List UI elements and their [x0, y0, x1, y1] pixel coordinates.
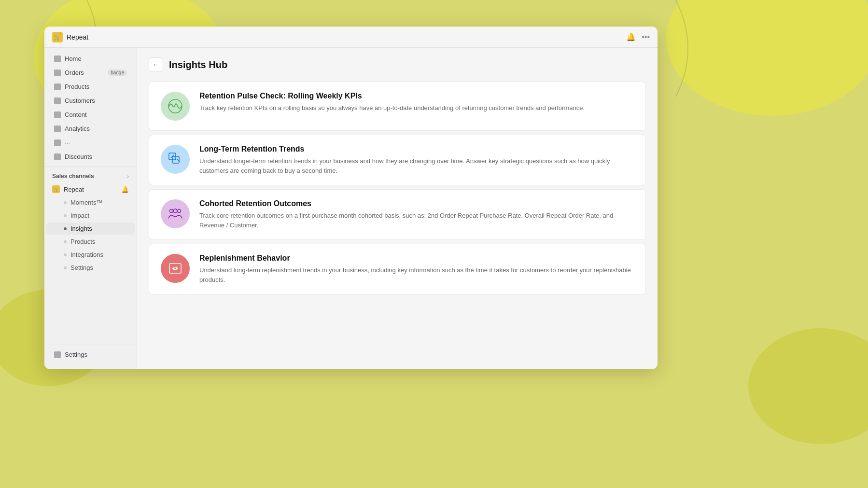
dot-icon: [64, 240, 67, 243]
sub-item-label: Moments™: [70, 199, 102, 206]
discounts-icon: [54, 153, 61, 160]
marketing-icon: [54, 139, 61, 146]
dot-icon: [64, 201, 67, 204]
card-retention-pulse[interactable]: Retention Pulse Check: Rolling Weekly KP…: [149, 82, 646, 131]
dot-icon: [64, 253, 67, 256]
svg-point-10: [178, 209, 181, 213]
main-layout: Home Orders badge Products Customers Con…: [44, 48, 658, 369]
repeat-item-left: 🛒 Repeat: [52, 185, 84, 193]
cohorted-retention-icon: [161, 199, 190, 228]
back-button[interactable]: ←: [149, 57, 163, 72]
svg-point-8: [173, 209, 177, 213]
card-content-cohorted: Cohorted Retention Outcomes Track core r…: [199, 199, 634, 230]
settings-icon: [54, 351, 61, 358]
card-description: Track core retention outcomes on a first…: [199, 211, 634, 230]
svg-point-9: [170, 209, 173, 213]
content-icon: [54, 112, 61, 118]
sidebar-item-marketing[interactable]: ···: [46, 136, 135, 149]
dot-icon: [64, 214, 67, 217]
card-title: Replenishment Behavior: [199, 254, 634, 263]
sidebar-item-products[interactable]: Products: [46, 80, 135, 93]
svg-point-4: [748, 328, 868, 444]
sidebar-sub-moments[interactable]: Moments™: [46, 196, 135, 209]
sidebar-item-label: Home: [65, 55, 82, 62]
settings-label: Settings: [65, 351, 87, 358]
sidebar-item-settings-bottom[interactable]: Settings: [46, 348, 135, 361]
sub-item-label: Impact: [70, 212, 89, 219]
card-replenishment[interactable]: Replenishment Behavior Understand long-t…: [149, 244, 646, 294]
sub-item-label: Integrations: [70, 251, 103, 258]
svg-point-5: [168, 99, 182, 113]
sidebar-item-customers[interactable]: Customers: [46, 94, 135, 107]
products-icon: [54, 84, 61, 90]
card-content-long-term: Long-Term Retention Trends Understand lo…: [199, 145, 634, 175]
card-content-replenishment: Replenishment Behavior Understand long-t…: [199, 254, 634, 284]
sub-item-label: Settings: [70, 264, 93, 271]
customers-icon: [54, 98, 61, 104]
dot-icon: [64, 266, 67, 269]
sidebar-divider-bottom: [44, 345, 137, 345]
sidebar-item-label: Orders: [65, 69, 84, 76]
more-options-icon[interactable]: •••: [642, 33, 650, 42]
sub-item-label: Insights: [70, 225, 92, 232]
repeat-channel-item[interactable]: 🛒 Repeat 🔔: [44, 182, 137, 196]
sidebar-item-label: Customers: [65, 97, 95, 104]
repeat-label: Repeat: [64, 186, 84, 193]
card-content-retention-pulse: Retention Pulse Check: Rolling Weekly KP…: [199, 92, 634, 113]
sidebar-sub-impact[interactable]: Impact: [46, 209, 135, 222]
orders-badge: badge: [108, 70, 127, 76]
sidebar-divider: [44, 167, 137, 167]
card-long-term-trends[interactable]: Long-Term Retention Trends Understand lo…: [149, 135, 646, 185]
sidebar-item-content[interactable]: Content: [46, 108, 135, 121]
analytics-icon: [54, 125, 61, 132]
app-logo-icon: 🛒: [52, 32, 63, 42]
sub-item-label: Products: [70, 238, 95, 245]
sidebar-item-label: Analytics: [65, 125, 90, 132]
retention-pulse-icon: [161, 92, 190, 121]
orders-icon: [54, 70, 61, 76]
sidebar-bottom: Settings: [44, 342, 137, 365]
card-description: Understand long-term replenishment trend…: [199, 265, 634, 284]
top-bar-left: 🛒 Repeat: [52, 32, 88, 42]
top-bar: 🛒 Repeat 🔔 •••: [44, 27, 658, 48]
content-header: ← Insights Hub: [149, 57, 646, 72]
sidebar-item-label: ···: [65, 139, 70, 146]
sidebar-item-label: Products: [65, 83, 89, 90]
card-title: Long-Term Retention Trends: [199, 145, 634, 153]
long-term-trends-icon: [161, 145, 190, 174]
bell-sub-icon: 🔔: [121, 186, 129, 193]
sidebar-item-analytics[interactable]: Analytics: [46, 122, 135, 135]
sidebar-sub-products[interactable]: Products: [46, 236, 135, 248]
card-description: Track key retention KPIs on a rolling ba…: [199, 103, 634, 113]
page-title: Insights Hub: [169, 59, 227, 70]
sidebar-item-label: Content: [65, 111, 87, 118]
content-area: ← Insights Hub Retention Pulse Check: Ro…: [137, 48, 658, 369]
card-title: Cohorted Retention Outcomes: [199, 199, 634, 208]
app-title: Repeat: [67, 33, 88, 41]
card-cohorted-retention[interactable]: Cohorted Retention Outcomes Track core r…: [149, 189, 646, 240]
sidebar-item-label: Discounts: [65, 153, 92, 160]
top-bar-right: 🔔 •••: [626, 32, 650, 42]
sales-channels-label: Sales channels: [52, 173, 94, 180]
replenishment-icon: [161, 254, 190, 283]
sales-channels-header[interactable]: Sales channels ›: [44, 170, 137, 182]
sidebar-item-home[interactable]: Home: [46, 52, 135, 65]
sidebar-sub-integrations[interactable]: Integrations: [46, 249, 135, 261]
card-description: Understand longer-term retention trends …: [199, 156, 634, 175]
svg-point-2: [666, 0, 868, 116]
sidebar-item-discounts[interactable]: Discounts: [46, 150, 135, 163]
dot-icon: [64, 227, 67, 230]
sidebar: Home Orders badge Products Customers Con…: [44, 48, 137, 369]
svg-rect-11: [169, 264, 181, 273]
bell-icon[interactable]: 🔔: [626, 32, 636, 42]
card-title: Retention Pulse Check: Rolling Weekly KP…: [199, 92, 634, 100]
app-window: 🛒 Repeat 🔔 ••• Home Orders badge Product…: [44, 27, 658, 369]
home-icon: [54, 56, 61, 62]
chevron-right-icon: ›: [127, 173, 129, 179]
sidebar-sub-settings[interactable]: Settings: [46, 262, 135, 274]
sidebar-item-orders[interactable]: Orders badge: [46, 66, 135, 79]
sidebar-sub-insights[interactable]: Insights: [46, 223, 135, 235]
repeat-logo-icon: 🛒: [52, 185, 60, 193]
